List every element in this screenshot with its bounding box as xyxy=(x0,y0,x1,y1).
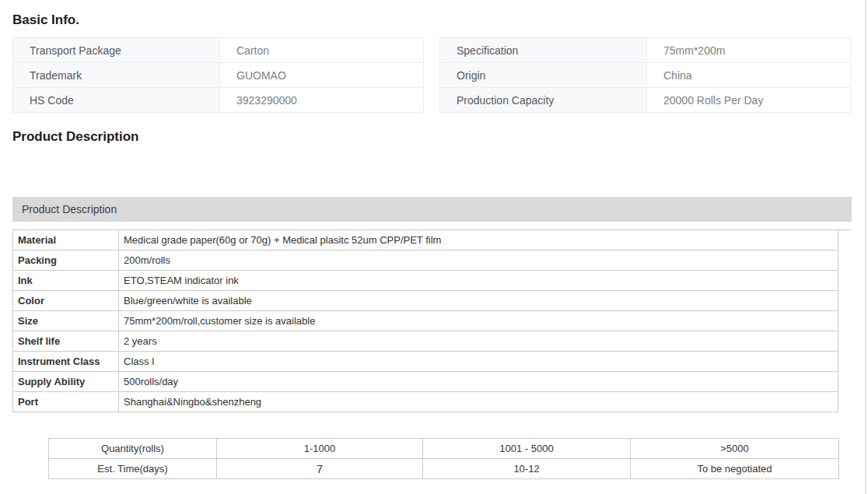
spec-row: Port Shanghai&Ningbo&shenzheng xyxy=(13,392,838,412)
lead-time-row: Est. Time(days) 7 10-12 To be negotiated xyxy=(49,459,839,479)
spec-row: Color Blue/green/white is available xyxy=(13,291,838,311)
spec-label: Supply Ability xyxy=(13,372,119,392)
lead-time-row: Quantity(rolls) 1-1000 1001 - 5000 >5000 xyxy=(49,439,839,459)
basic-info-value: 75mm*200m xyxy=(647,38,851,63)
lead-time-cell: 1001 - 5000 xyxy=(423,439,631,459)
basic-info-heading: Basic Info. xyxy=(12,12,79,28)
basic-info-row: HS Code 3923290000 xyxy=(13,88,424,113)
spec-row: Packing 200m/rolls xyxy=(13,251,838,271)
basic-info-label: Trademark xyxy=(13,63,220,88)
spec-row: Shelf life 2 years xyxy=(13,331,838,352)
basic-info-label: HS Code xyxy=(13,88,220,113)
basic-info-row: Production Capacity 20000 Rolls Per Day xyxy=(440,88,851,113)
spec-label: Size xyxy=(13,311,119,331)
spec-value: 75mm*200m/roll,customer size is availabl… xyxy=(119,311,838,331)
basic-info-row: Trademark GUOMAO xyxy=(13,63,424,88)
spec-label: Shelf life xyxy=(13,331,119,352)
product-spec-table: Material Medical grade paper(60g or 70g)… xyxy=(12,229,838,412)
basic-info-value: 3923290000 xyxy=(220,88,424,113)
lead-time-cell: 1-1000 xyxy=(217,439,423,459)
spec-value: 500rolls/day xyxy=(119,372,838,392)
basic-info-value: China xyxy=(647,63,851,88)
spec-value: 2 years xyxy=(119,331,838,352)
basic-info-value: 20000 Rolls Per Day xyxy=(647,88,851,113)
spec-row: Supply Ability 500rolls/day xyxy=(13,372,838,392)
spec-row: Ink ETO,STEAM indicator ink xyxy=(13,271,838,291)
spec-value: Shanghai&Ningbo&shenzheng xyxy=(119,392,838,412)
spec-label: Material xyxy=(13,230,119,251)
spec-row: Instrument Class Class I xyxy=(13,352,838,372)
basic-info-table-right: Specification 75mm*200m Origin China Pro… xyxy=(439,37,851,113)
page-right-border xyxy=(865,0,866,494)
spec-label: Packing xyxy=(13,251,119,271)
lead-time-cell: >5000 xyxy=(631,439,839,459)
basic-info-label: Production Capacity xyxy=(440,88,647,113)
spec-label: Ink xyxy=(13,271,119,291)
spec-value: ETO,STEAM indicator ink xyxy=(119,271,838,291)
basic-info-label: Origin xyxy=(440,63,647,88)
product-description-panel-header: Product Description xyxy=(12,197,852,222)
spec-value: Medical grade paper(60g or 70g) + Medica… xyxy=(119,230,838,251)
spec-label: Color xyxy=(13,291,119,311)
spec-value: 200m/rolls xyxy=(119,251,838,271)
lead-time-cell: 7 xyxy=(217,459,423,479)
basic-info-row: Transport Package Carton xyxy=(13,38,424,63)
spec-value: Class I xyxy=(119,352,838,372)
basic-info-row: Specification 75mm*200m xyxy=(440,38,851,63)
basic-info-section: Transport Package Carton Trademark GUOMA… xyxy=(12,37,851,113)
spec-label: Port xyxy=(13,392,119,412)
lead-time-table: Quantity(rolls) 1-1000 1001 - 5000 >5000… xyxy=(48,438,839,479)
spec-value: Blue/green/white is available xyxy=(119,291,838,311)
basic-info-value: Carton xyxy=(220,38,424,63)
lead-time-cell: 10-12 xyxy=(423,459,631,479)
basic-info-value: GUOMAO xyxy=(220,63,424,88)
basic-info-label: Specification xyxy=(440,38,647,63)
basic-info-table-left: Transport Package Carton Trademark GUOMA… xyxy=(12,37,424,113)
lead-time-cell: To be negotiated xyxy=(631,459,839,479)
lead-time-cell: Quantity(rolls) xyxy=(49,439,217,459)
basic-info-row: Origin China xyxy=(440,63,851,88)
product-description-heading: Product Description xyxy=(12,129,138,145)
lead-time-cell: Est. Time(days) xyxy=(49,459,217,479)
product-description-section: Material Medical grade paper(60g or 70g)… xyxy=(12,229,852,412)
spec-row: Material Medical grade paper(60g or 70g)… xyxy=(13,230,838,251)
spec-label: Instrument Class xyxy=(13,352,119,372)
spec-row: Size 75mm*200m/roll,customer size is ava… xyxy=(13,311,838,331)
basic-info-label: Transport Package xyxy=(13,38,220,63)
